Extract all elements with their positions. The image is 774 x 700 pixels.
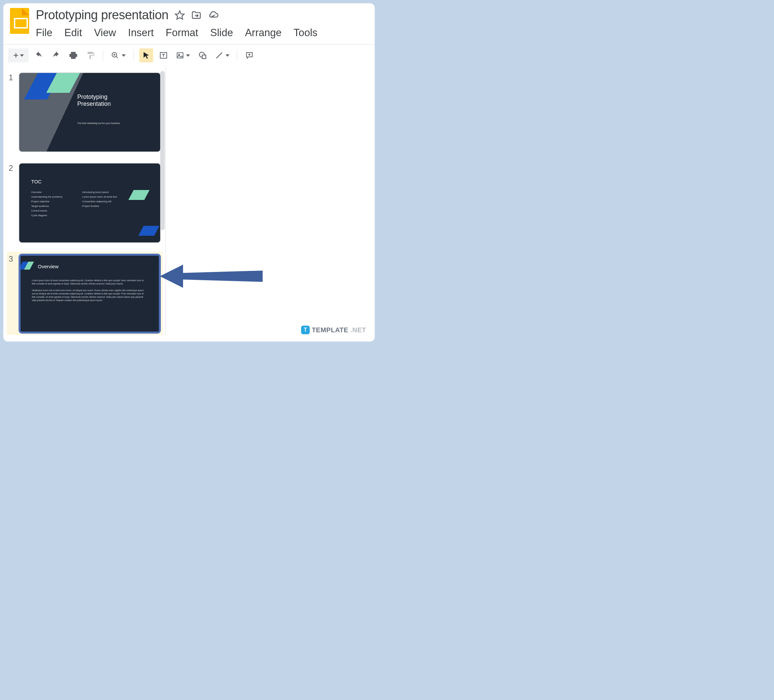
toolbar-separator (237, 50, 237, 61)
chevron-down-icon (20, 55, 24, 57)
title-block: Prototyping presentation File Edit View … (36, 8, 368, 39)
menu-arrange[interactable]: Arrange (245, 27, 281, 39)
app-window: Prototyping presentation File Edit View … (3, 3, 375, 341)
slide-body: Lorem ipsum dolor sit amet consectetur a… (32, 279, 147, 302)
slide-subtitle: The best marketing tool for your busines… (77, 122, 120, 124)
slide-title: TOC (31, 179, 41, 184)
filmstrip-scrollbar[interactable] (160, 71, 165, 230)
slide-filmstrip[interactable]: 1 Prototyping Presentation The best mark… (3, 66, 166, 335)
menu-insert[interactable]: Insert (128, 27, 154, 39)
chevron-down-icon (122, 55, 126, 57)
slide-preview: Overview Lorem ipsum dolor sit amet cons… (18, 254, 161, 334)
slide-title: Prototyping Presentation (77, 94, 111, 108)
toolbar (3, 44, 375, 66)
menu-format[interactable]: Format (166, 27, 198, 39)
watermark-brand: TEMPLATE (312, 326, 348, 334)
slide-number: 3 (8, 254, 15, 334)
slides-logo-icon (10, 8, 29, 34)
menu-file[interactable]: File (36, 27, 52, 39)
zoom-button[interactable] (108, 48, 128, 62)
paint-format-button[interactable] (84, 48, 98, 62)
menu-edit[interactable]: Edit (64, 27, 82, 39)
new-slide-button[interactable] (8, 48, 28, 62)
select-tool-button[interactable] (139, 48, 153, 62)
slide-number: 1 (8, 72, 15, 152)
slide-preview: Prototyping Presentation The best market… (18, 72, 161, 152)
cloud-status-icon[interactable] (208, 10, 219, 21)
watermark-badge-icon: T (301, 326, 310, 334)
slide-title: Overview (38, 264, 59, 269)
watermark: T TEMPLATE.NET (301, 326, 366, 334)
svg-rect-6 (202, 55, 206, 59)
slide-col1: Overview Understanding the problems Proj… (31, 190, 62, 218)
svg-marker-0 (175, 11, 184, 19)
slide-col2: Introducing lorem ipsum Lorem ipsum dolo… (82, 190, 117, 209)
header: Prototyping presentation File Edit View … (3, 3, 375, 39)
toolbar-separator (103, 50, 103, 61)
print-button[interactable] (66, 48, 80, 62)
slide-preview: TOC Overview Understanding the problems … (18, 163, 161, 243)
watermark-suffix: .NET (350, 326, 366, 334)
slide-canvas[interactable] (166, 66, 375, 335)
move-to-folder-icon[interactable] (191, 10, 202, 21)
slide-number: 2 (8, 163, 15, 243)
slide-thumbnail-2[interactable]: 2 TOC Overview Understanding the problem… (7, 161, 163, 245)
star-icon[interactable] (174, 10, 185, 21)
document-title[interactable]: Prototyping presentation (36, 8, 169, 22)
slide-thumbnail-3[interactable]: 3 Overview Lorem ipsum dolor sit amet co… (7, 252, 163, 335)
svg-rect-3 (177, 53, 183, 58)
menu-view[interactable]: View (94, 27, 116, 39)
menu-bar: File Edit View Insert Format Slide Arran… (36, 27, 368, 39)
image-button[interactable] (174, 48, 192, 62)
text-box-button[interactable] (157, 48, 170, 62)
line-button[interactable] (213, 48, 232, 62)
shape-button[interactable] (196, 48, 210, 62)
chevron-down-icon (225, 55, 230, 57)
chevron-down-icon (186, 55, 190, 57)
workspace: 1 Prototyping Presentation The best mark… (3, 66, 375, 335)
redo-button[interactable] (49, 48, 63, 62)
slide-thumbnail-1[interactable]: 1 Prototyping Presentation The best mark… (7, 70, 163, 154)
title-row: Prototyping presentation (36, 8, 368, 22)
menu-tools[interactable]: Tools (293, 27, 318, 39)
toolbar-separator (134, 50, 134, 61)
comment-button[interactable] (242, 48, 256, 62)
menu-slide[interactable]: Slide (210, 27, 233, 39)
undo-button[interactable] (32, 48, 46, 62)
